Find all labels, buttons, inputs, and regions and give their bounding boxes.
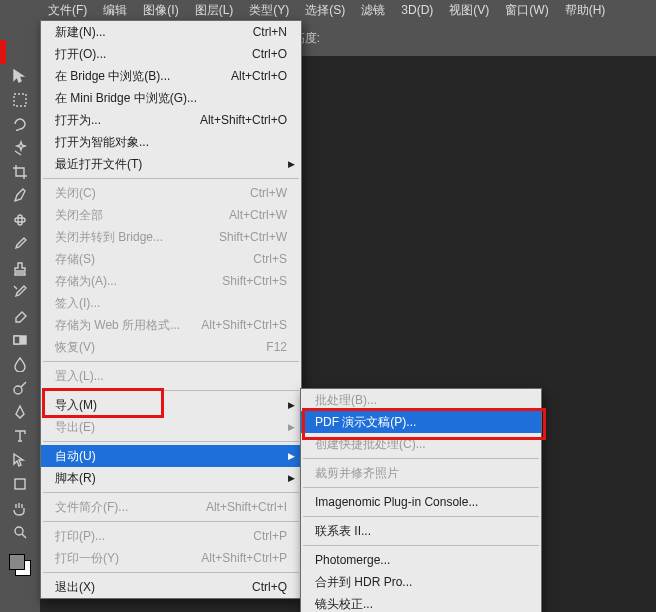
menu-item-label: 签入(I)...	[55, 295, 287, 312]
submenu-item[interactable]: 联系表 II...	[301, 520, 541, 542]
submenu-item-label: 创建快捷批处理(C)...	[315, 436, 527, 453]
stamp-tool-icon[interactable]	[8, 258, 32, 278]
submenu-item-label: 批处理(B)...	[315, 392, 527, 409]
menu-item[interactable]: 窗口(W)	[497, 0, 556, 21]
menu-item[interactable]: 图层(L)	[187, 0, 242, 21]
submenu-item[interactable]: Imagenomic Plug-in Console...	[301, 491, 541, 513]
submenu-item[interactable]: 镜头校正...	[301, 593, 541, 612]
svg-rect-0	[14, 94, 26, 106]
menu-item[interactable]: 打开为...Alt+Shift+Ctrl+O	[41, 109, 301, 131]
menu-item[interactable]: 文件(F)	[40, 0, 95, 21]
dodge-tool-icon[interactable]	[8, 378, 32, 398]
menu-item[interactable]: 类型(Y)	[241, 0, 297, 21]
svg-rect-2	[15, 218, 25, 222]
menu-item[interactable]: 帮助(H)	[557, 0, 614, 21]
file-menu-dropdown: 新建(N)...Ctrl+N打开(O)...Ctrl+O在 Bridge 中浏览…	[40, 20, 302, 599]
lasso-tool-icon[interactable]	[8, 114, 32, 134]
menu-item-shortcut: Alt+Shift+Ctrl+I	[206, 500, 287, 514]
menu-item-label: 新建(N)...	[55, 24, 253, 41]
menu-item: 恢复(V)F12	[41, 336, 301, 358]
menu-item-shortcut: Alt+Ctrl+W	[229, 208, 287, 222]
menu-item: 存储为 Web 所用格式...Alt+Shift+Ctrl+S	[41, 314, 301, 336]
hand-tool-icon[interactable]	[8, 498, 32, 518]
menu-item[interactable]: 滤镜	[353, 0, 393, 21]
color-swatch[interactable]	[9, 554, 31, 576]
menu-item: 存储(S)Ctrl+S	[41, 248, 301, 270]
shape-tool-icon[interactable]	[8, 474, 32, 494]
submenu-item: 创建快捷批处理(C)...	[301, 433, 541, 455]
menu-item[interactable]: 退出(X)Ctrl+Q	[41, 576, 301, 598]
svg-point-5	[14, 386, 22, 394]
menu-item-label: 自动(U)	[55, 448, 287, 465]
menu-item[interactable]: 导入(M)	[41, 394, 301, 416]
menu-item-label: 关闭全部	[55, 207, 229, 224]
menubar: 文件(F)编辑图像(I)图层(L)类型(Y)选择(S)滤镜3D(D)视图(V)窗…	[0, 0, 656, 20]
eraser-tool-icon[interactable]	[8, 306, 32, 326]
menu-item[interactable]: 视图(V)	[441, 0, 497, 21]
menu-item[interactable]: 图像(I)	[135, 0, 186, 21]
menu-item[interactable]: 打开为智能对象...	[41, 131, 301, 153]
menu-item: 文件简介(F)...Alt+Shift+Ctrl+I	[41, 496, 301, 518]
menu-item-label: 存储为(A)...	[55, 273, 222, 290]
menu-item: 导出(E)	[41, 416, 301, 438]
menu-item-label: 文件简介(F)...	[55, 499, 206, 516]
submenu-item-label: 合并到 HDR Pro...	[315, 574, 527, 591]
history-brush-tool-icon[interactable]	[8, 282, 32, 302]
submenu-item[interactable]: 合并到 HDR Pro...	[301, 571, 541, 593]
menu-item-shortcut: Ctrl+Q	[252, 580, 287, 594]
menu-item-label: 脚本(R)	[55, 470, 287, 487]
menu-item: 打印一份(Y)Alt+Shift+Ctrl+P	[41, 547, 301, 569]
menu-item-shortcut: Ctrl+P	[253, 529, 287, 543]
menu-item-label: 在 Bridge 中浏览(B)...	[55, 68, 231, 85]
menu-item-label: 退出(X)	[55, 579, 252, 596]
separator	[303, 487, 539, 488]
zoom-tool-icon[interactable]	[8, 522, 32, 542]
menu-item-shortcut: Ctrl+S	[253, 252, 287, 266]
menu-item: 存储为(A)...Shift+Ctrl+S	[41, 270, 301, 292]
menu-item-label: 打开为...	[55, 112, 200, 129]
gradient-tool-icon[interactable]	[8, 330, 32, 350]
path-tool-icon[interactable]	[8, 450, 32, 470]
svg-rect-1	[18, 215, 22, 225]
crop-tool-icon[interactable]	[8, 162, 32, 182]
separator	[43, 390, 299, 391]
submenu-item-label: PDF 演示文稿(P)...	[315, 414, 527, 431]
submenu-item-label: 镜头校正...	[315, 596, 527, 613]
submenu-item[interactable]: PDF 演示文稿(P)...	[301, 411, 541, 433]
menu-item[interactable]: 选择(S)	[297, 0, 353, 21]
menu-item-label: 打印(P)...	[55, 528, 253, 545]
menu-item[interactable]: 3D(D)	[393, 1, 441, 19]
menu-item[interactable]: 编辑	[95, 0, 135, 21]
menu-item-label: 置入(L)...	[55, 368, 287, 385]
menu-item[interactable]: 新建(N)...Ctrl+N	[41, 21, 301, 43]
menu-item[interactable]: 在 Mini Bridge 中浏览(G)...	[41, 87, 301, 109]
menu-item-label: 关闭并转到 Bridge...	[55, 229, 219, 246]
menu-item-label: 打开(O)...	[55, 46, 252, 63]
pen-tool-icon[interactable]	[8, 402, 32, 422]
menu-item-shortcut: Alt+Shift+Ctrl+S	[201, 318, 287, 332]
brush-tool-icon[interactable]	[8, 234, 32, 254]
submenu-item: 裁剪并修齐照片	[301, 462, 541, 484]
menu-item[interactable]: 脚本(R)	[41, 467, 301, 489]
menu-item-label: 打印一份(Y)	[55, 550, 201, 567]
menu-item[interactable]: 在 Bridge 中浏览(B)...Alt+Ctrl+O	[41, 65, 301, 87]
separator	[43, 521, 299, 522]
separator	[43, 178, 299, 179]
wand-tool-icon[interactable]	[8, 138, 32, 158]
move-tool-icon[interactable]	[8, 66, 32, 86]
submenu-item: 批处理(B)...	[301, 389, 541, 411]
eyedropper-tool-icon[interactable]	[8, 186, 32, 206]
menu-item-label: 存储(S)	[55, 251, 253, 268]
menu-item[interactable]: 最近打开文件(T)	[41, 153, 301, 175]
menu-item[interactable]: 自动(U)	[41, 445, 301, 467]
menu-item[interactable]: 打开(O)...Ctrl+O	[41, 43, 301, 65]
automate-submenu: 批处理(B)...PDF 演示文稿(P)...创建快捷批处理(C)...裁剪并修…	[300, 388, 542, 612]
marquee-tool-icon[interactable]	[8, 90, 32, 110]
healing-tool-icon[interactable]	[8, 210, 32, 230]
menu-item: 签入(I)...	[41, 292, 301, 314]
blur-tool-icon[interactable]	[8, 354, 32, 374]
submenu-item[interactable]: Photomerge...	[301, 549, 541, 571]
menu-item: 打印(P)...Ctrl+P	[41, 525, 301, 547]
type-tool-icon[interactable]	[8, 426, 32, 446]
menu-item-label: 打开为智能对象...	[55, 134, 287, 151]
